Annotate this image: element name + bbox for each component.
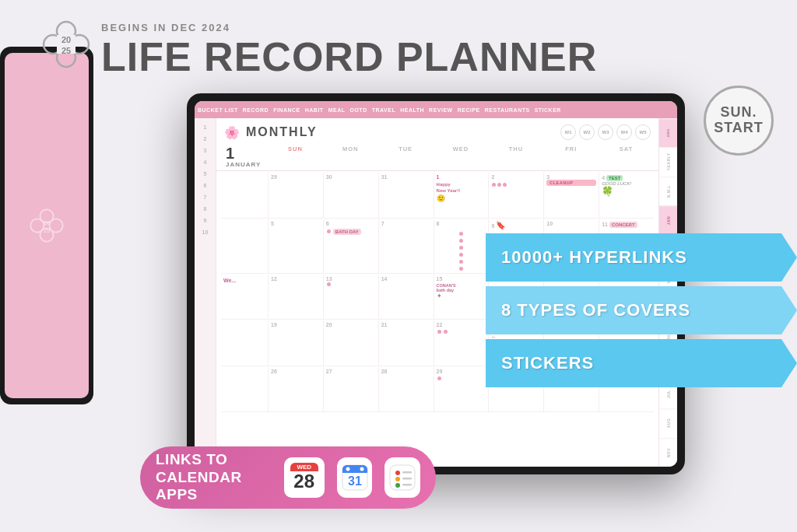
nav-item-travel[interactable]: TRAVEL — [372, 107, 395, 113]
day-sun: SUN — [268, 143, 323, 170]
svg-text:31: 31 — [348, 474, 362, 488]
bath-day-event[interactable]: BATH DAY — [333, 229, 361, 235]
cal-cell-26[interactable]: 26 — [268, 367, 323, 412]
date-widget[interactable]: WED 28 — [284, 457, 325, 498]
dots-col-8 — [437, 226, 486, 271]
nav-item-finance[interactable]: FINANCE — [273, 107, 300, 113]
covers-text: 8 TYPES OF COVERS — [501, 300, 690, 320]
svg-text:25: 25 — [61, 46, 71, 55]
header: BEGINS IN DEC 2024 LIFE RECORD PLANNER — [101, 22, 597, 77]
week-badge-w4[interactable]: W4 — [616, 124, 632, 140]
back-tablet: 20 25 — [0, 47, 93, 404]
tab-2025[interactable]: 2025 — [659, 118, 677, 147]
nav-item-habit[interactable]: HABIT — [305, 107, 324, 113]
row-num-10: 10 — [202, 229, 209, 235]
cal-cell-15[interactable]: 15 CONAN'Sbath day ✦ — [434, 275, 489, 320]
cal-cell-13[interactable]: 13 — [323, 275, 378, 320]
svg-point-18 — [360, 467, 363, 471]
week-badge-w5[interactable]: W5 — [635, 124, 651, 140]
cal-cell-jan1[interactable]: 1 HappyNew Year!! 🙂 — [434, 173, 489, 218]
week-badge-w2[interactable]: W2 — [579, 124, 595, 140]
date-day-num: 28 — [293, 471, 314, 492]
nav-bar: BUCKET LIST RECORD FINANCE HABIT MEAL OO… — [195, 101, 677, 118]
dot-bath — [327, 229, 331, 233]
nav-item-restaurants[interactable]: RESTAURANTS — [485, 107, 530, 113]
week-badge-w1[interactable]: W1 — [560, 124, 576, 140]
day-mon: MON — [323, 143, 378, 170]
tab-aug[interactable]: AUG — [659, 408, 677, 437]
cal-cell-20[interactable]: 20 — [323, 320, 378, 366]
subtitle: BEGINS IN DEC 2024 — [101, 22, 597, 33]
monthly-title: 🌸 MONTHLY — [224, 125, 318, 140]
nav-item-recipe[interactable]: RECIPE — [458, 107, 480, 113]
row-num-3: 3 — [204, 148, 207, 153]
row-num-2: 2 — [204, 136, 207, 142]
day-sat: SAT — [599, 143, 654, 170]
monthly-icon: 🌸 — [224, 125, 241, 140]
cal-label-row2 — [221, 219, 268, 273]
cleanup-event[interactable]: CLEANUP — [546, 180, 596, 186]
cal-label-row4 — [221, 320, 268, 366]
tab-nov[interactable]: NOV — [659, 438, 677, 467]
links-label: LINKS TOCALENDAR APPS — [156, 451, 272, 504]
row-num-6: 6 — [204, 183, 207, 188]
tab-jan[interactable]: JAN — [659, 205, 677, 234]
cal-cell-8[interactable]: 8 — [434, 219, 489, 273]
cal-row-1: 29 30 31 1 HappyNew Year!! 🙂 2 — [221, 173, 654, 219]
happy-new-year-note: HappyNew Year!! — [437, 181, 486, 194]
row-num-4: 4 — [204, 159, 207, 165]
cal-cell-29[interactable]: 29 — [434, 367, 489, 412]
cal-cell-12[interactable]: 12 — [268, 275, 323, 320]
nav-item-bucketlist[interactable]: BUCKET LIST — [198, 107, 238, 113]
month-name: JANUARY — [226, 161, 263, 168]
cal-cell-28[interactable]: 28 — [378, 367, 434, 412]
cal-cell-dec31[interactable]: 31 — [378, 173, 434, 218]
day-fri: FRI — [543, 143, 599, 170]
cal-cell-jan4[interactable]: 4 TEST GOOD LUCK! 🍀 — [599, 173, 654, 218]
cal-cell-dec30[interactable]: 30 — [323, 173, 378, 218]
year-badge: 20 25 — [39, 17, 93, 72]
nav-item-sticker[interactable]: STICKER — [535, 107, 561, 113]
svg-text:20: 20 — [44, 219, 51, 226]
covers-banner: 8 TYPES OF COVERS — [486, 286, 797, 334]
dot-29 — [437, 376, 441, 380]
svg-point-21 — [395, 477, 400, 481]
tab-yearly[interactable]: YEARLY — [659, 147, 677, 176]
cal-cell-22[interactable]: 22 — [434, 320, 489, 366]
row-num-1: 1 — [204, 124, 207, 130]
google-calendar-icon[interactable]: 31 — [337, 457, 373, 498]
week-badge-w3[interactable]: W3 — [598, 124, 613, 140]
links-section: LINKS TOCALENDAR APPS WED 28 31 — [140, 446, 436, 509]
cal-label-row5 — [221, 367, 268, 412]
nav-item-ootd[interactable]: OOTD — [349, 107, 367, 113]
test-event[interactable]: TEST — [606, 175, 623, 181]
tab-nml[interactable]: N.M.L — [659, 177, 677, 205]
cal-cell-jan3[interactable]: 3 CLEANUP — [543, 173, 599, 218]
row-num-7: 7 — [204, 194, 207, 200]
cal-cell-14[interactable]: 14 — [378, 275, 434, 320]
reminders-icon[interactable] — [384, 457, 420, 498]
day-thu: THU — [488, 143, 543, 170]
cal-cell-jan2[interactable]: 2 — [488, 173, 543, 218]
nav-item-record[interactable]: RECORD — [243, 107, 269, 113]
hyperlinks-text: 10000+ HYPERLINKS — [501, 247, 687, 268]
month-day-num: 1 — [226, 145, 263, 161]
cal-label-row3: We... — [221, 275, 268, 320]
nav-item-review[interactable]: REVIEW — [429, 107, 453, 113]
row-num-5: 5 — [204, 171, 207, 177]
row-num-9: 9 — [204, 218, 207, 223]
cal-cell-5[interactable]: 5 — [268, 219, 323, 273]
cal-cell-6[interactable]: 6 BATH DAY — [323, 219, 378, 273]
cal-cell-19[interactable]: 19 — [268, 320, 323, 366]
nav-item-health[interactable]: HEALTH — [400, 107, 424, 113]
concert-event[interactable]: CONCERT — [609, 222, 637, 228]
back-tablet-screen: 20 25 — [5, 53, 89, 398]
nav-item-meal[interactable]: MEAL — [328, 107, 346, 113]
cal-cell-dec29[interactable]: 29 — [268, 173, 323, 218]
stickers-text: STICKERS — [501, 353, 594, 373]
cal-cell-21[interactable]: 21 — [378, 320, 434, 366]
cal-cell-27[interactable]: 27 — [323, 367, 378, 412]
day-wed: WED — [434, 143, 489, 170]
cal-cell-7[interactable]: 7 — [378, 219, 434, 273]
day-header-row: 1 JANUARY SUN MON TUE WED THU FRI SAT — [216, 143, 658, 171]
